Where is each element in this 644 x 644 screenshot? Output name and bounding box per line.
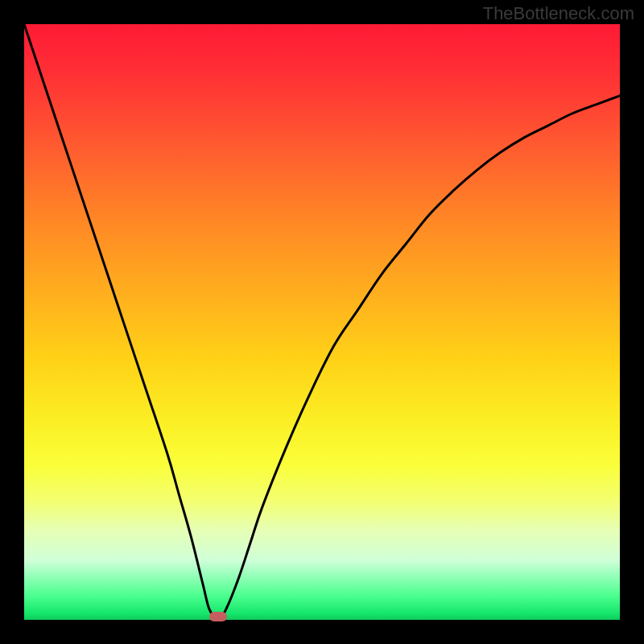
chart-min-marker: [209, 612, 227, 621]
attribution-text: TheBottleneck.com: [483, 3, 634, 24]
chart-curve: [24, 24, 620, 620]
chart-plot-area: [24, 24, 620, 620]
